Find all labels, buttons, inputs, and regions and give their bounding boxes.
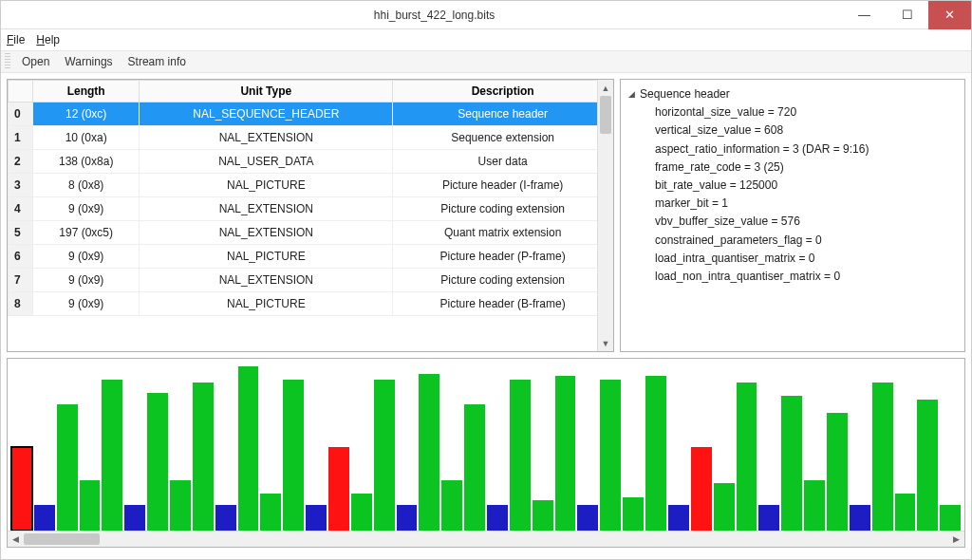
tree-leaf[interactable]: load_non_intra_quantiser_matrix = 0 xyxy=(655,268,957,286)
tree-leaf[interactable]: load_intra_quantiser_matrix = 0 xyxy=(655,250,957,268)
tree-leaf[interactable]: horizontal_size_value = 720 xyxy=(655,103,957,121)
chart-bar[interactable] xyxy=(577,505,598,531)
menu-file[interactable]: File xyxy=(7,33,25,47)
units-table[interactable]: Length Unit Type Description 012 (0xc)NA… xyxy=(8,80,613,316)
details-tree[interactable]: ◢ Sequence header horizontal_size_value … xyxy=(628,85,957,286)
chart-hscrollbar[interactable]: ◀ ▶ xyxy=(8,531,964,547)
cell-description: Picture header (I-frame) xyxy=(393,174,613,197)
chart-area[interactable] xyxy=(8,359,964,531)
table-row[interactable]: 110 (0xa)NAL_EXTENSIONSequence extension xyxy=(9,126,613,150)
scroll-thumb[interactable] xyxy=(600,96,611,134)
chart-bar[interactable] xyxy=(533,500,553,531)
chart-bar[interactable] xyxy=(600,380,621,531)
chart-bar[interactable] xyxy=(11,447,32,532)
chart-bar[interactable] xyxy=(57,404,78,531)
chart-bar[interactable] xyxy=(441,480,462,531)
toolbar-warnings[interactable]: Warnings xyxy=(57,53,120,70)
tree-leaf[interactable]: frame_rate_code = 3 (25) xyxy=(655,159,957,177)
chart-bar[interactable] xyxy=(645,376,666,531)
chart-bar[interactable] xyxy=(328,447,349,532)
window-buttons: — ☐ ✕ xyxy=(843,1,971,29)
chart-bar[interactable] xyxy=(397,505,418,531)
toolbar: Open Warnings Stream info xyxy=(1,50,971,73)
chart-bar[interactable] xyxy=(238,366,259,531)
scroll-thumb[interactable] xyxy=(24,533,100,545)
tree-root-label: Sequence header xyxy=(640,85,730,103)
chart-bar[interactable] xyxy=(80,480,101,531)
cell-description: Picture coding extension xyxy=(393,197,613,221)
cell-unit-type: NAL_EXTENSION xyxy=(140,269,393,292)
chart-bar[interactable] xyxy=(850,505,870,531)
close-button[interactable]: ✕ xyxy=(928,1,971,29)
cell-description: Picture header (B-frame) xyxy=(393,292,613,316)
chart-bar[interactable] xyxy=(555,376,576,531)
cell-length: 138 (0x8a) xyxy=(33,150,140,174)
col-description[interactable]: Description xyxy=(393,81,613,103)
chart-bar[interactable] xyxy=(737,383,757,531)
chart-bar[interactable] xyxy=(260,494,281,531)
chart-bar[interactable] xyxy=(804,480,825,531)
chart-bar[interactable] xyxy=(147,393,168,531)
chart-bar[interactable] xyxy=(623,497,644,531)
chart-bar[interactable] xyxy=(306,505,327,531)
table-row[interactable]: 89 (0x9)NAL_PICTUREPicture header (B-fra… xyxy=(9,292,613,316)
chart-bar[interactable] xyxy=(917,400,938,531)
col-unit-type[interactable]: Unit Type xyxy=(140,81,393,103)
minimize-button[interactable]: — xyxy=(843,1,886,29)
chart-bar[interactable] xyxy=(714,483,735,531)
chart-bar[interactable] xyxy=(419,374,439,531)
chart-bar[interactable] xyxy=(464,404,485,531)
chart-bar[interactable] xyxy=(215,505,236,531)
tree-leaf[interactable]: constrained_parameters_flag = 0 xyxy=(655,232,957,250)
chart-bar[interactable] xyxy=(170,480,191,531)
tree-leaf[interactable]: marker_bit = 1 xyxy=(655,195,957,213)
table-row[interactable]: 5197 (0xc5)NAL_EXTENSIONQuant matrix ext… xyxy=(9,221,613,245)
table-row[interactable]: 012 (0xc)NAL_SEQUENCE_HEADERSequence hea… xyxy=(9,103,613,126)
menu-help[interactable]: Help xyxy=(36,33,60,47)
cell-unit-type: NAL_PICTURE xyxy=(140,292,393,316)
row-index: 0 xyxy=(9,103,33,126)
table-row[interactable]: 49 (0x9)NAL_EXTENSIONPicture coding exte… xyxy=(9,197,613,221)
table-row[interactable]: 2138 (0x8a)NAL_USER_DATAUser data xyxy=(9,150,613,174)
chart-bar[interactable] xyxy=(193,383,214,531)
toolbar-stream-info[interactable]: Stream info xyxy=(121,53,194,70)
chart-bar[interactable] xyxy=(691,447,712,532)
tree-leaf[interactable]: aspect_ratio_information = 3 (DAR = 9:16… xyxy=(655,140,957,159)
cell-description: Sequence header xyxy=(393,103,613,126)
titlebar: hhi_burst_422_long.bits — ☐ ✕ xyxy=(1,1,971,29)
chart-bar[interactable] xyxy=(510,380,531,531)
cell-unit-type: NAL_PICTURE xyxy=(140,174,393,197)
tree-root[interactable]: ◢ Sequence header xyxy=(628,85,957,103)
chart-bar[interactable] xyxy=(34,505,55,531)
chart-bar[interactable] xyxy=(895,494,916,531)
col-index[interactable] xyxy=(9,81,33,103)
scroll-down-icon[interactable]: ▼ xyxy=(598,335,613,351)
table-row[interactable]: 38 (0x8)NAL_PICTUREPicture header (I-fra… xyxy=(9,174,613,197)
table-row[interactable]: 79 (0x9)NAL_EXTENSIONPicture coding exte… xyxy=(9,269,613,292)
scroll-up-icon[interactable]: ▲ xyxy=(598,80,613,96)
chart-bar[interactable] xyxy=(283,380,304,531)
chart-bar[interactable] xyxy=(758,505,779,531)
table-row[interactable]: 69 (0x9)NAL_PICTUREPicture header (P-fra… xyxy=(9,245,613,269)
maximize-button[interactable]: ☐ xyxy=(886,1,928,29)
chart-bar[interactable] xyxy=(872,383,893,531)
caret-down-icon[interactable]: ◢ xyxy=(628,87,640,101)
scroll-left-icon[interactable]: ◀ xyxy=(8,532,24,548)
cell-description: Picture coding extension xyxy=(393,269,613,292)
toolbar-open[interactable]: Open xyxy=(14,53,57,70)
chart-bar[interactable] xyxy=(102,380,122,531)
chart-bar[interactable] xyxy=(668,505,689,531)
scroll-right-icon[interactable]: ▶ xyxy=(948,532,964,548)
chart-bar[interactable] xyxy=(124,505,145,531)
tree-leaf[interactable]: vertical_size_value = 608 xyxy=(655,121,957,140)
table-vscrollbar[interactable]: ▲ ▼ xyxy=(597,80,613,351)
chart-bar[interactable] xyxy=(940,505,961,531)
chart-bar[interactable] xyxy=(487,505,508,531)
chart-bar[interactable] xyxy=(781,396,802,531)
chart-bar[interactable] xyxy=(827,413,848,531)
tree-leaf[interactable]: vbv_buffer_size_value = 576 xyxy=(655,213,957,231)
chart-bar[interactable] xyxy=(374,380,395,531)
col-length[interactable]: Length xyxy=(33,81,140,103)
tree-leaf[interactable]: bit_rate_value = 125000 xyxy=(655,177,957,195)
chart-bar[interactable] xyxy=(351,494,372,531)
